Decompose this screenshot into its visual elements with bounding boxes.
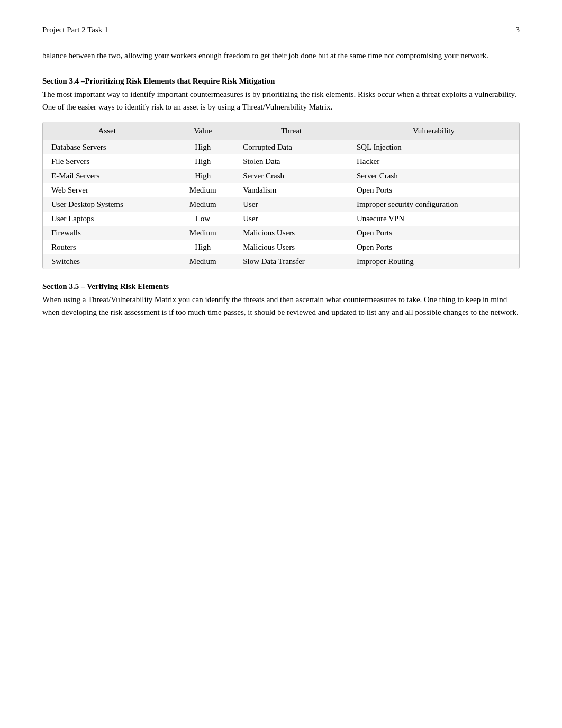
table-cell: User Laptops bbox=[43, 212, 171, 226]
table-cell: Server Crash bbox=[348, 169, 519, 183]
table-cell: Open Ports bbox=[348, 240, 519, 254]
table-row: Web ServerMediumVandalismOpen Ports bbox=[43, 183, 519, 197]
col-header-threat: Threat bbox=[234, 122, 348, 140]
table-cell: Medium bbox=[171, 183, 234, 197]
section-35: Section 3.5 – Verifying Risk Elements Wh… bbox=[42, 282, 520, 319]
intro-text: balance between the two, allowing your w… bbox=[42, 51, 488, 60]
table-cell: Medium bbox=[171, 197, 234, 212]
table-cell: Slow Data Transfer bbox=[234, 254, 348, 269]
intro-paragraph: balance between the two, allowing your w… bbox=[42, 49, 520, 62]
table-cell: Malicious Users bbox=[234, 240, 348, 254]
table-cell: E-Mail Servers bbox=[43, 169, 171, 183]
table-cell: Hacker bbox=[348, 154, 519, 169]
section-34: Section 3.4 –Prioritizing Risk Elements … bbox=[42, 77, 520, 113]
table-row: E-Mail ServersHighServer CrashServer Cra… bbox=[43, 169, 519, 183]
table-cell: Corrupted Data bbox=[234, 140, 348, 155]
risk-table: Asset Value Threat Vulnerability Databas… bbox=[43, 122, 519, 269]
table-cell: High bbox=[171, 169, 234, 183]
table-cell: Switches bbox=[43, 254, 171, 269]
table-cell: Database Servers bbox=[43, 140, 171, 155]
table-cell: User bbox=[234, 212, 348, 226]
col-header-value: Value bbox=[171, 122, 234, 140]
col-header-asset: Asset bbox=[43, 122, 171, 140]
table-cell: High bbox=[171, 140, 234, 155]
table-cell: Low bbox=[171, 212, 234, 226]
table-cell: User Desktop Systems bbox=[43, 197, 171, 212]
section-34-text: The most important way to identify impor… bbox=[42, 88, 520, 113]
table-row: RoutersHighMalicious UsersOpen Ports bbox=[43, 240, 519, 254]
table-cell: User bbox=[234, 197, 348, 212]
risk-table-wrapper: Asset Value Threat Vulnerability Databas… bbox=[42, 122, 520, 269]
table-cell: Stolen Data bbox=[234, 154, 348, 169]
table-cell: High bbox=[171, 240, 234, 254]
header-row: Project Part 2 Task 1 3 bbox=[42, 25, 520, 34]
table-row: SwitchesMediumSlow Data TransferImproper… bbox=[43, 254, 519, 269]
table-row: User LaptopsLowUserUnsecure VPN bbox=[43, 212, 519, 226]
page-number: 3 bbox=[516, 25, 520, 34]
table-cell: Malicious Users bbox=[234, 226, 348, 240]
table-cell: SQL Injection bbox=[348, 140, 519, 155]
table-row: File ServersHighStolen DataHacker bbox=[43, 154, 519, 169]
table-cell: File Servers bbox=[43, 154, 171, 169]
table-cell: Web Server bbox=[43, 183, 171, 197]
page-container: Project Part 2 Task 1 3 balance between … bbox=[0, 0, 562, 728]
header-title: Project Part 2 Task 1 bbox=[42, 25, 108, 34]
table-cell: Improper security configuration bbox=[348, 197, 519, 212]
section-35-text: When using a Threat/Vulnerability Matrix… bbox=[42, 293, 520, 319]
table-cell: Firewalls bbox=[43, 226, 171, 240]
table-cell: Server Crash bbox=[234, 169, 348, 183]
table-cell: Improper Routing bbox=[348, 254, 519, 269]
table-row: Database ServersHighCorrupted DataSQL In… bbox=[43, 140, 519, 155]
col-header-vulnerability: Vulnerability bbox=[348, 122, 519, 140]
section-35-heading: Section 3.5 – Verifying Risk Elements bbox=[42, 282, 520, 291]
table-cell: Routers bbox=[43, 240, 171, 254]
table-cell: Medium bbox=[171, 254, 234, 269]
table-cell: Open Ports bbox=[348, 183, 519, 197]
table-cell: High bbox=[171, 154, 234, 169]
section-34-heading: Section 3.4 –Prioritizing Risk Elements … bbox=[42, 77, 520, 86]
table-header-row: Asset Value Threat Vulnerability bbox=[43, 122, 519, 140]
table-cell: Unsecure VPN bbox=[348, 212, 519, 226]
table-cell: Open Ports bbox=[348, 226, 519, 240]
table-cell: Medium bbox=[171, 226, 234, 240]
table-cell: Vandalism bbox=[234, 183, 348, 197]
table-row: FirewallsMediumMalicious UsersOpen Ports bbox=[43, 226, 519, 240]
table-row: User Desktop SystemsMediumUserImproper s… bbox=[43, 197, 519, 212]
